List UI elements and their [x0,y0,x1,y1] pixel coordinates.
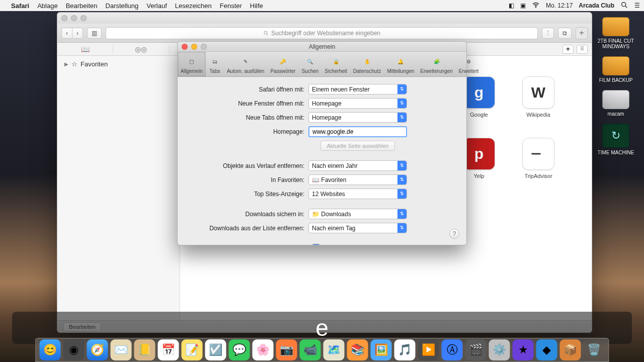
spotlight-icon[interactable] [620,1,628,11]
new-tab-button[interactable]: ＋ [576,27,588,39]
dock-facetime[interactable]: 📹 [300,339,321,360]
svg-point-1 [622,2,626,6]
favorite-yelp[interactable]: pYelp [462,138,496,179]
menu-verlauf[interactable]: Verlauf [146,2,167,10]
dock-finder[interactable]: 😊 [40,339,61,360]
dock-photobooth[interactable]: 📷 [276,339,297,360]
prefs-minimize-icon[interactable] [191,44,197,50]
dock-maps[interactable]: 🗺️ [324,339,345,360]
desktop-drive-filmbackup[interactable]: FILM BACKUP [592,56,640,83]
safari-titlebar[interactable] [57,13,592,24]
svg-point-0 [535,7,536,7]
sel-downloads-save[interactable]: 📁 Downloads⇅ [308,209,407,219]
forward-button[interactable]: › [72,28,83,39]
dock-appstore[interactable]: Ⓐ [442,339,463,360]
menu-fenster[interactable]: Fenster [220,2,242,10]
tab-security[interactable]: 🔒Sicherheit [321,52,350,76]
bookmarks-tab[interactable]: 📖 [57,45,113,53]
favorite-google[interactable]: gGoogle [462,76,496,118]
dock-ibooks[interactable]: 📚 [347,339,368,360]
chevron-updown-icon: ⇅ [397,113,407,122]
wifi-icon[interactable] [532,1,540,11]
menubar-app[interactable]: Safari [11,2,29,10]
dock-messages[interactable]: 💬 [229,339,250,360]
tab-extensions[interactable]: 🧩Erweiterungen [417,52,455,76]
set-current-page-button[interactable]: Aktuelle Seite auswählen [320,141,395,151]
lbl-downloads-save: Downloads sichern in: [187,211,308,218]
tabs-button[interactable]: ⧉ [558,28,572,39]
menu-darstellung[interactable]: Darstellung [106,2,139,10]
tab-passwords[interactable]: 🔑Passwörter [267,52,298,76]
menubar-status-icon[interactable]: ◧ [509,2,514,9]
prefs-zoom-icon[interactable] [201,44,207,50]
sel-in-favorites[interactable]: 📖 Favoriten⇅ [308,174,407,185]
safe-files-checkbox[interactable]: ✓ [312,244,319,245]
homepage-input[interactable] [308,126,407,137]
desktop-icons: 2TB FINAL CUT MINDWAYS FILM BACKUP macam… [592,17,640,155]
bell-icon: 🔔 [394,55,407,67]
back-button[interactable]: ‹ [61,28,72,39]
window-zoom-icon[interactable] [80,15,87,21]
sidebar-item-favoriten[interactable]: ▶ ☆ Favoriten [62,59,175,69]
dock-app2[interactable]: ◆ [536,339,557,360]
dock-finalcut[interactable]: 🎬 [465,339,487,360]
desktop-timemachine[interactable]: ↻TIME MACHINE [592,124,640,155]
tab-search[interactable]: 🔍Suchen [298,52,321,76]
desktop-drive-finalcut[interactable]: 2TB FINAL CUT MINDWAYS [592,17,640,49]
dock-calendar[interactable]: 📅 [158,339,179,360]
share-button[interactable]: ⤴ [542,28,554,39]
dock-safari[interactable]: 🧭 [87,339,108,360]
menu-ablage[interactable]: Ablage [37,2,57,10]
menu-lesezeichen[interactable]: Lesezeichen [175,2,212,10]
lbl-new-window: Neue Fenster öffnen mit: [187,100,308,107]
dock-photos[interactable]: 🌸 [253,339,274,360]
window-minimize-icon[interactable] [71,15,77,21]
tab-autofill[interactable]: ✎Autom. ausfüllen [224,52,268,76]
menubar-clock[interactable]: Mo. 12:17 [546,2,573,9]
airplay-icon[interactable]: ▣ [520,2,526,9]
desktop-drive-macam[interactable]: macam [592,90,640,117]
dock-sysprefs[interactable]: ⚙️ [489,339,510,360]
menu-bearbeiten[interactable]: Bearbeiten [66,2,98,10]
sel-new-tabs[interactable]: Homepage⇅ [308,112,407,123]
readinglist-tab[interactable]: ◎◎ [113,45,169,53]
dock-reminders[interactable]: ☑️ [205,339,226,360]
dock-notes[interactable]: 📝 [182,339,203,360]
address-placeholder: Suchbegriff oder Websitename eingeben [271,30,380,37]
address-bar[interactable]: Suchbegriff oder Websitename eingeben [106,27,538,39]
dock-app3[interactable]: 📦 [560,339,581,360]
menubar-user[interactable]: Arcada Club [579,2,614,9]
tab-notifications[interactable]: 🔔Mitteilungen [384,52,417,76]
dock-itunes[interactable]: 🎵 [394,339,416,360]
sel-remove-history[interactable]: Nach einem Jahr⇅ [308,160,407,171]
sel-topsites[interactable]: 12 Websites⇅ [308,189,407,199]
dock-imovie[interactable]: ★ [513,339,534,360]
prefs-close-icon[interactable] [182,44,188,50]
sidebar-toggle-button[interactable]: ▥ [87,28,102,39]
topsites-button[interactable]: ★ [562,45,574,54]
dock-preview[interactable]: 🖼️ [371,339,392,360]
window-close-icon[interactable] [61,15,67,21]
chevron-updown-icon: ⇅ [397,175,407,185]
lbl-homepage: Homepage: [187,128,308,135]
search-icon: 🔍 [304,55,316,67]
dock-quicktime[interactable]: ▶️ [418,339,439,360]
tab-tabs[interactable]: 🗂Tabs [206,52,224,76]
dock-dashboard[interactable]: ◉ [63,339,85,360]
sel-downloads-remove[interactable]: Nach einem Tag⇅ [308,223,407,233]
favorite-tripadvisor[interactable]: ᯇTripAdvisor [521,138,555,179]
tab-allgemein[interactable]: ▢Allgemein [178,52,206,76]
dock-contacts[interactable]: 📒 [134,339,155,360]
dock-trash[interactable]: 🗑️ [584,339,605,360]
favorite-wikipedia[interactable]: WWikipedia [521,76,555,118]
tab-advanced[interactable]: ⚙Erweitert [456,52,481,76]
notifications-icon[interactable]: ☰ [634,2,640,9]
gridview-button[interactable]: ⠿ [577,45,588,54]
sel-safari-open[interactable]: Einem neuen Fenster⇅ [308,84,407,95]
help-button[interactable]: ? [449,229,459,239]
dock-mail[interactable]: ✉️ [111,339,132,360]
prefs-titlebar[interactable]: Allgemein [178,42,466,52]
tab-privacy[interactable]: ✋Datenschutz [350,52,384,76]
menu-hilfe[interactable]: Hilfe [250,2,263,10]
sel-new-window[interactable]: Homepage⇅ [308,98,407,109]
